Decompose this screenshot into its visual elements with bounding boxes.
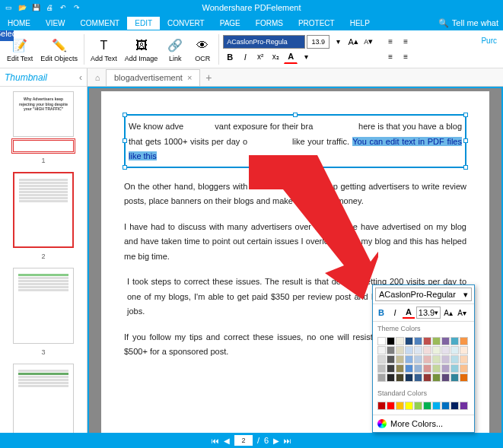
color-swatch[interactable] [432, 402, 441, 410]
color-swatch[interactable] [396, 373, 404, 382]
ribbon-add-image[interactable]: 🖼Add Image [121, 34, 162, 65]
thumbnail-close-icon[interactable]: ‹ [79, 72, 82, 83]
color-swatch[interactable] [414, 373, 422, 382]
thumbnail-page-1[interactable]: Why Advertisers keep rejecting your blog… [13, 91, 74, 137]
font-name-select[interactable]: ACaslonPro-Regula [223, 35, 305, 49]
redo-icon[interactable]: ↷ [72, 2, 82, 13]
color-swatch[interactable] [405, 364, 413, 373]
font-color-button[interactable]: A [284, 50, 298, 64]
popup-grow-font-icon[interactable]: A▴ [442, 307, 454, 319]
color-swatch[interactable] [423, 364, 431, 373]
color-swatch[interactable] [441, 402, 450, 410]
paragraph-2[interactable]: On the other hand, bloggers with 200 vis… [124, 179, 466, 208]
color-swatch[interactable] [396, 346, 404, 354]
selected-text-block[interactable]: We know adve vant exposure for their bra… [124, 114, 466, 168]
color-swatch[interactable] [387, 337, 395, 345]
tab-add-icon[interactable]: + [202, 71, 215, 84]
color-swatch[interactable] [387, 355, 395, 364]
prev-page-icon[interactable]: ◀ [224, 437, 230, 445]
color-swatch[interactable] [377, 373, 386, 382]
color-swatch[interactable] [460, 346, 468, 354]
color-swatch[interactable] [460, 402, 468, 410]
color-swatch[interactable] [441, 346, 450, 354]
color-swatch[interactable] [414, 337, 422, 345]
color-swatch[interactable] [405, 373, 413, 382]
color-swatch[interactable] [387, 346, 395, 354]
paragraph-3[interactable]: I have had to discuss with many advertis… [124, 219, 466, 264]
font-color-dropdown-icon[interactable]: ▾ [299, 50, 313, 64]
bold-button[interactable]: B [223, 50, 237, 64]
color-swatch[interactable] [377, 337, 386, 345]
menu-comment[interactable]: COMMENT [73, 17, 128, 30]
color-swatch[interactable] [432, 346, 441, 354]
color-swatch[interactable] [396, 364, 404, 373]
popup-size-select[interactable]: 13.9▾ [416, 307, 441, 319]
undo-icon[interactable]: ↶ [58, 2, 68, 13]
align-center-icon[interactable]: ≡ [399, 35, 412, 49]
thumbnail-selection-box[interactable] [13, 140, 74, 152]
color-swatch[interactable] [441, 337, 450, 345]
color-swatch[interactable] [450, 355, 459, 364]
thumbnail-page-4[interactable] [13, 364, 74, 440]
align-right-icon[interactable]: ≡ [384, 50, 397, 64]
color-swatch[interactable] [450, 402, 459, 410]
subscript-button[interactable]: x₂ [269, 50, 282, 64]
color-swatch[interactable] [414, 346, 422, 354]
color-swatch[interactable] [460, 364, 468, 373]
color-swatch[interactable] [423, 373, 431, 382]
color-swatch[interactable] [396, 337, 404, 345]
font-size-input[interactable] [307, 35, 329, 49]
popup-italic-button[interactable]: I [389, 307, 401, 319]
page-number-input[interactable] [234, 435, 253, 446]
italic-button[interactable]: I [238, 50, 252, 64]
next-page-icon[interactable]: ▶ [273, 437, 279, 445]
popup-shrink-font-icon[interactable]: A▾ [456, 307, 468, 319]
first-page-icon[interactable]: ⏮ [212, 437, 219, 445]
search-hint[interactable]: 🔍 Tell me what [438, 18, 498, 28]
color-swatch[interactable] [377, 355, 386, 364]
color-swatch[interactable] [432, 364, 441, 373]
tab-close-icon[interactable]: × [187, 73, 192, 82]
grow-font-icon[interactable]: A▴ [346, 35, 360, 49]
thumbnail-page-2[interactable] [13, 172, 74, 248]
ribbon-link[interactable]: 🔗Link [161, 34, 189, 65]
popup-font-select[interactable]: ACaslonPro-Regular▾ [375, 288, 472, 301]
color-swatch[interactable] [377, 346, 386, 354]
color-swatch[interactable] [387, 402, 395, 410]
superscript-button[interactable]: x² [253, 50, 267, 64]
color-swatch[interactable] [377, 402, 386, 410]
color-swatch[interactable] [396, 355, 404, 364]
menu-forms[interactable]: FORMS [248, 17, 291, 30]
menu-edit[interactable]: EDIT [127, 17, 160, 30]
color-swatch[interactable] [423, 346, 431, 354]
size-dropdown-icon[interactable]: ▾ [331, 35, 345, 49]
color-swatch[interactable] [432, 373, 441, 382]
print-icon[interactable]: 🖨 [44, 2, 55, 13]
tab-document[interactable]: blogadvertisement × [106, 69, 200, 86]
ribbon-edit-objects[interactable]: ✏️Edit Objects [37, 34, 81, 65]
document-canvas[interactable]: We know adve vant exposure for their bra… [88, 87, 503, 448]
color-swatch[interactable] [414, 402, 422, 410]
menu-convert[interactable]: CONVERT [160, 17, 212, 30]
menu-protect[interactable]: PROTECT [291, 17, 342, 30]
popup-fontcolor-button[interactable]: A [403, 307, 415, 319]
menu-page[interactable]: PAGE [212, 17, 248, 30]
color-swatch[interactable] [460, 337, 468, 345]
ribbon-ocr[interactable]: 👁OCR [189, 34, 216, 65]
color-swatch[interactable] [441, 355, 450, 364]
color-swatch[interactable] [450, 337, 459, 345]
editable-text[interactable]: We know adve vant exposure for their bra… [129, 119, 462, 164]
ribbon-add-text[interactable]: TAdd Text [87, 34, 121, 65]
color-swatch[interactable] [460, 373, 468, 382]
color-swatch[interactable] [405, 346, 413, 354]
last-page-icon[interactable]: ⏭ [284, 437, 291, 445]
color-swatch[interactable] [396, 402, 404, 410]
color-swatch[interactable] [441, 364, 450, 373]
align-left-icon[interactable]: ≡ [384, 35, 397, 49]
color-swatch[interactable] [441, 373, 450, 382]
color-swatch[interactable] [414, 364, 422, 373]
purchase-link[interactable]: Purc [481, 37, 497, 45]
color-swatch[interactable] [405, 355, 413, 364]
color-swatch[interactable] [423, 402, 431, 410]
color-swatch[interactable] [387, 364, 395, 373]
